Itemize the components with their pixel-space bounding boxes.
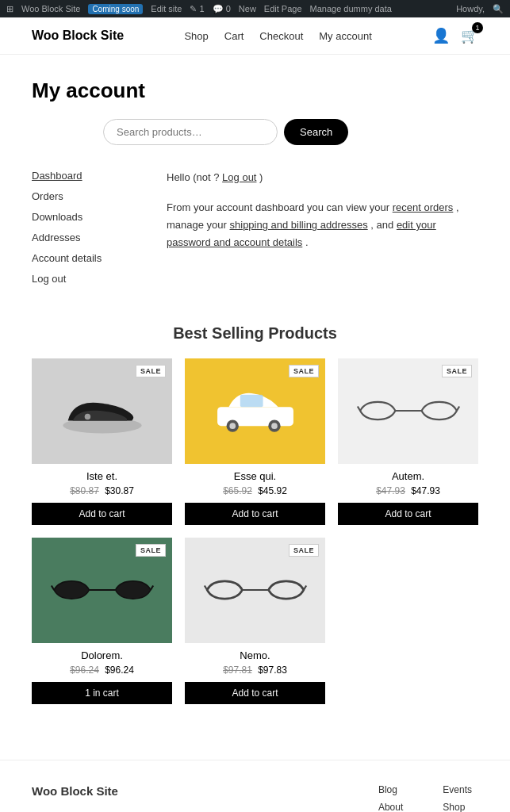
svg-line-16 [303,586,305,591]
product-image-2: SALE [185,358,325,464]
nav-myaccount[interactable]: My account [319,30,371,42]
nav-shop[interactable]: Shop [184,30,208,42]
product-card-3: SALE Autem. $47.93 $47.93 Add to cart [338,358,478,525]
sale-badge-3: SALE [442,365,472,377]
product-price-2: $65.92 $45.92 [185,485,325,496]
footer-logo: Woo Block Site [32,784,118,798]
products-grid: SALE Iste et. $80.87 $30.87 Add to cart [32,358,478,704]
product-name-3: Autem. [338,470,478,482]
product-name-2: Esse qui. [185,470,325,482]
svg-line-12 [51,586,53,591]
page-title: My account [32,79,478,103]
search-input[interactable] [103,119,278,145]
pending-link[interactable]: 💬 0 [213,4,231,14]
coming-soon-badge: Coming soon [88,4,143,14]
glasses-icon-2 [49,568,155,611]
search-icon-bar[interactable]: 🔍 [493,4,504,14]
edit-page-link[interactable]: Edit Page [264,4,302,13]
cart-icon-wrap[interactable]: 🛒 1 [461,27,478,44]
sidebar-item-account-details[interactable]: Account details [32,251,135,264]
admin-bar: ⊞ Woo Block Site Coming soon Edit site ✎… [0,0,510,17]
nav-checkout[interactable]: Checkout [259,30,303,42]
account-sidebar: Dashboard Orders Downloads Addresses Acc… [32,169,135,293]
product-image-3: SALE [338,358,478,464]
add-to-cart-1[interactable]: Add to cart [32,503,172,525]
site-name-bar[interactable]: Woo Block Site [21,4,80,13]
new-link[interactable]: New [239,4,256,13]
site-footer: Woo Block Site Blog About FAQs Authors E… [0,760,510,813]
product-price-4: $96.24 $96.24 [32,665,172,676]
svg-line-15 [204,586,206,591]
site-logo[interactable]: Woo Block Site [32,29,124,43]
shoe-icon [53,381,151,440]
product-price-1: $80.87 $30.87 [32,485,172,496]
account-content: Hello (not ? Log out ) From your account… [167,169,478,293]
cart-badge: 1 [472,22,483,33]
glasses-icon-3 [202,568,308,611]
page-wrapper: My account Search Dashboard Orders Downl… [0,55,510,760]
recent-orders-link[interactable]: recent orders [393,201,454,213]
search-bar: Search [32,119,478,145]
footer-col-2: Events Shop Patterns Themes [443,784,478,813]
product-name-1: Iste et. [32,470,172,482]
footer-about[interactable]: About [378,802,411,813]
footer-shop[interactable]: Shop [443,802,478,813]
footer-col-1: Blog About FAQs Authors [378,784,411,813]
site-header: Woo Block Site Shop Cart Checkout My acc… [0,17,510,55]
comments-link[interactable]: ✎ 1 [190,4,204,14]
best-selling-title: Best Selling Products [32,324,478,343]
shipping-link[interactable]: shipping and billing addresses [230,219,368,231]
product-card-4: SALE Dolorem. $96.24 $96.24 1 in cart [32,538,172,704]
product-image-5: SALE [185,538,325,643]
footer-events[interactable]: Events [443,784,478,795]
product-card-2: SALE Esse qui. $65.92 $45.92 [185,358,325,525]
glasses-icon-1 [355,389,461,433]
sidebar-item-orders[interactable]: Orders [32,190,135,202]
product-price-5: $97.81 $97.83 [185,665,325,676]
sidebar-item-addresses[interactable]: Addresses [32,231,135,243]
main-nav: Shop Cart Checkout My account [184,30,371,42]
manage-dummy-link[interactable]: Manage dummy data [310,4,392,13]
svg-line-10 [456,407,458,412]
product-card-5: SALE Nemo. $97.81 $97.83 Add to cart [185,538,325,704]
sidebar-item-downloads[interactable]: Downloads [32,210,135,223]
svg-rect-7 [240,395,263,407]
product-image-1: SALE [32,358,172,464]
sale-badge-5: SALE [289,544,319,557]
product-price-3: $47.93 $47.93 [338,485,478,496]
footer-nav: Blog About FAQs Authors Events Shop Patt… [378,784,478,813]
product-name-4: Dolorem. [32,649,172,661]
add-to-cart-3[interactable]: Add to cart [338,503,478,525]
nav-icons: 👤 🛒 1 [432,27,478,44]
account-layout: Dashboard Orders Downloads Addresses Acc… [32,169,478,293]
footer-blog[interactable]: Blog [378,784,411,795]
sidebar-item-logout[interactable]: Log out [32,272,135,285]
howdy-label: Howdy, [456,4,485,13]
sidebar-item-dashboard[interactable]: Dashboard [32,169,135,182]
account-description: From your account dashboard you can view… [167,199,478,251]
wp-logo[interactable]: ⊞ [6,4,13,14]
best-selling-section: Best Selling Products SALE Iste et. $80.… [32,324,478,704]
add-to-cart-5[interactable]: Add to cart [185,682,325,704]
sale-badge-4: SALE [136,544,166,557]
car-icon [209,385,301,438]
svg-point-6 [271,423,278,430]
in-cart-4[interactable]: 1 in cart [32,682,172,704]
product-card-1: SALE Iste et. $80.87 $30.87 Add to cart [32,358,172,525]
svg-point-1 [84,414,90,419]
user-icon[interactable]: 👤 [432,27,450,44]
svg-point-4 [229,423,236,430]
search-button[interactable]: Search [284,119,348,145]
sale-badge-1: SALE [136,365,166,377]
product-image-4: SALE [32,538,172,643]
greeting-text: Hello (not ? Log out ) [167,169,478,186]
edit-site-link[interactable]: Edit site [151,4,182,13]
sale-badge-2: SALE [289,365,319,377]
logout-link-inline[interactable]: Log out [222,171,256,183]
nav-cart[interactable]: Cart [224,30,244,42]
svg-line-13 [150,586,152,591]
product-name-5: Nemo. [185,649,325,661]
add-to-cart-2[interactable]: Add to cart [185,503,325,525]
svg-line-9 [357,407,359,412]
